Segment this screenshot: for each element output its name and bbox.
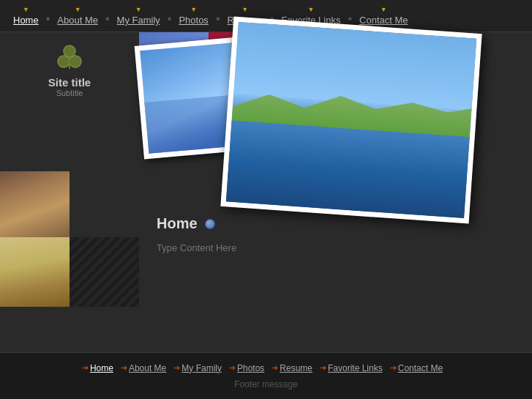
footer-nav-item-about[interactable]: ➔ About Me (121, 363, 173, 373)
sidebar-img-statue (0, 171, 70, 237)
nav-label-home: Home (13, 15, 39, 26)
nav-item-links[interactable]: ▼ Favorite Links (274, 6, 348, 31)
top-img-spacer (278, 32, 532, 98)
top-img-red-flower (209, 32, 278, 98)
nav-arrow-family: ▼ (135, 6, 142, 13)
footer-arrow-family: ➔ (173, 363, 180, 373)
content-dot (205, 219, 215, 229)
nav-item-contact[interactable]: ▼ Contact Me (352, 6, 415, 31)
svg-point-1 (58, 56, 70, 67)
nav-label-about: About Me (57, 15, 98, 26)
footer-arrow-photos: ➔ (229, 363, 236, 373)
top-images (139, 32, 532, 98)
sidebar-img-flower-red (70, 105, 139, 171)
nav-arrow-links: ▼ (308, 6, 315, 13)
nav-arrow-photos: ▼ (190, 6, 197, 13)
nav-arrow-resume: ▼ (241, 6, 248, 13)
nav-arrow-about: ▼ (75, 6, 81, 13)
sidebar-img-starfish (0, 237, 70, 307)
footer-nav-label-contact: Contact Me (398, 363, 443, 373)
nav-item-family[interactable]: ▼ My Family (110, 6, 168, 31)
nav-arrow-contact: ▼ (381, 6, 387, 13)
clover-icon (53, 41, 86, 73)
footer-nav-label-home: Home (90, 363, 113, 373)
main-body: Site title Subtitle (0, 32, 532, 352)
nav-item-about[interactable]: ▼ About Me (50, 6, 105, 31)
right-area: Home Type Content Here (139, 32, 532, 352)
logo-area: Site title Subtitle (0, 32, 139, 105)
footer: ➔ Home ➔ About Me ➔ My Family ➔ Photos ➔… (0, 352, 532, 399)
sidebar-remaining (0, 307, 139, 352)
sidebar-img-row-3 (0, 237, 139, 307)
site-subtitle: Subtitle (56, 89, 83, 97)
nav-label-photos: Photos (179, 15, 208, 26)
content-heading-text: Home (157, 215, 198, 232)
sidebar-img-ferns (70, 171, 139, 237)
footer-message: Footer message (234, 379, 298, 389)
footer-arrow-links: ➔ (320, 363, 326, 373)
sidebar-img-flower-purple (0, 105, 70, 171)
nav-arrow-home: ▼ (23, 6, 29, 13)
footer-arrow-home: ➔ (82, 363, 89, 373)
footer-nav-item-contact[interactable]: ➔ Contact Me (390, 363, 450, 373)
footer-nav-item-home[interactable]: ➔ Home (82, 363, 121, 373)
sidebar-img-row-2 (0, 171, 139, 237)
footer-nav-item-links[interactable]: ➔ Favorite Links (320, 363, 390, 373)
left-column: Site title Subtitle (0, 32, 139, 352)
footer-nav-label-photos: Photos (237, 363, 264, 373)
footer-nav: ➔ Home ➔ About Me ➔ My Family ➔ Photos ➔… (82, 363, 450, 373)
footer-nav-item-photos[interactable]: ➔ Photos (229, 363, 271, 373)
nav-item-resume[interactable]: ▼ Resume (220, 6, 269, 31)
footer-nav-item-resume[interactable]: ➔ Resume (271, 363, 320, 373)
content-heading: Home (157, 215, 514, 232)
svg-point-2 (70, 56, 81, 67)
content-section: Home Type Content Here (139, 98, 532, 352)
footer-arrow-contact: ➔ (390, 363, 397, 373)
site-title: Site title (48, 76, 91, 89)
sidebar-img-row-1 (0, 105, 139, 171)
footer-nav-item-family[interactable]: ➔ My Family (173, 363, 229, 373)
nav-label-links: Favorite Links (282, 15, 341, 26)
nav-bar: ▼ Home • ▼ About Me • ▼ My Family • ▼ Ph… (0, 0, 532, 32)
footer-nav-label-family: My Family (181, 363, 222, 373)
nav-item-home[interactable]: ▼ Home (6, 6, 46, 31)
footer-arrow-resume: ➔ (271, 363, 278, 373)
nav-label-contact: Contact Me (359, 15, 408, 26)
nav-item-photos[interactable]: ▼ Photos (171, 6, 215, 31)
footer-arrow-about: ➔ (121, 363, 127, 373)
footer-nav-label-about: About Me (129, 363, 166, 373)
nav-label-family: My Family (117, 15, 160, 26)
content-body: Type Content Here (157, 242, 514, 253)
footer-nav-label-resume: Resume (280, 363, 312, 373)
footer-nav-label-links: Favorite Links (328, 363, 383, 373)
nav-label-resume: Resume (227, 15, 262, 26)
top-img-blue-flower (139, 32, 209, 98)
sidebar-img-stripe (70, 237, 139, 307)
